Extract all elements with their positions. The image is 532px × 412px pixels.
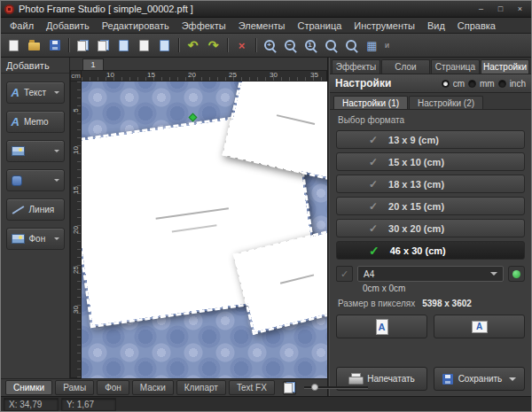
prev-page-icon[interactable] [135,36,153,55]
tab-textfx[interactable]: Text FX [229,380,275,395]
menu-file[interactable]: Файл [4,19,40,33]
add-shape-button[interactable] [6,169,65,191]
tab-effects[interactable]: Эффекты [332,59,380,74]
chevron-down-icon[interactable] [509,377,516,385]
redo-icon[interactable]: ↷ [204,36,223,55]
format-option-46x30-selected[interactable]: ✓ 46 x 30 (cm) [336,241,525,260]
add-image-button[interactable] [6,140,65,162]
zoom-out-icon[interactable]: − [281,36,300,55]
format-option-18x13[interactable]: ✓ 18 x 13 (cm) [336,175,525,193]
settings-subtabs: Настройки (1) Настройки (2) [330,93,531,110]
zoom-in-icon[interactable]: + [261,36,279,55]
h-tick: 20 [188,71,196,79]
page-tab-1[interactable]: 1 [82,58,104,70]
slider-track[interactable] [304,386,368,389]
tab-snapshots[interactable]: Снимки [5,380,52,395]
format-option-20x15[interactable]: ✓ 20 x 15 (cm) [336,197,525,215]
ruler-row: cm 10 15 20 25 30 35 [70,70,327,82]
menu-edit[interactable]: Редактировать [96,19,176,33]
save-disk-icon [442,374,453,385]
menu-tools[interactable]: Инструменты [348,19,421,33]
menu-add[interactable]: Добавить [40,19,96,33]
menu-elements[interactable]: Элементы [232,19,292,33]
open-folder-icon[interactable] [25,36,43,55]
apply-paper-size-button[interactable] [508,266,525,282]
radio-cm[interactable] [442,80,450,88]
duplicate-page-icon[interactable] [94,36,113,55]
subtab-settings-1[interactable]: Настройки (1) [333,96,408,109]
format-option-15x10[interactable]: ✓ 15 x 10 (cm) [336,152,525,171]
menu-page[interactable]: Страница [291,19,348,33]
add-line-label: Линия [29,205,55,214]
v-tick: 15 [72,184,80,196]
tab-backgrounds[interactable]: Фон [97,380,129,395]
save-button[interactable]: Сохранить [434,367,525,391]
zoom-fit-icon[interactable] [322,36,340,55]
chevron-down-icon[interactable] [54,179,59,184]
add-line-button[interactable]: Линия [6,198,65,221]
pages-icon [284,382,295,393]
format-label: 13 x 9 (cm) [388,135,439,145]
chevron-down-icon[interactable] [54,150,59,155]
format-option-13x9[interactable]: ✓ 13 x 9 (cm) [336,130,525,149]
design-canvas[interactable] [82,82,327,378]
h-tick: 15 [147,71,155,79]
title-bar: Photo Frame Studio [ simple_00002.pft ] … [1,1,531,18]
format-label: 20 x 15 (cm) [388,201,444,212]
zoom-region-icon[interactable] [342,36,361,55]
sidebar-header: Добавить [1,58,69,74]
tab-masks[interactable]: Маски [132,380,174,395]
save-icon[interactable] [45,36,64,55]
status-y-coordinate: Y: 1,67 [61,398,116,411]
tab-layers[interactable]: Слои [381,59,430,74]
rotate-handle[interactable] [188,113,197,121]
slider-thumb[interactable] [311,384,318,391]
custom-paper-check-icon[interactable]: ✓ [336,266,353,282]
subtab-settings-2[interactable]: Настройки (2) [409,96,483,109]
custom-paper-row: ✓ A4 [336,266,525,282]
unit-radio-group: cm mm inch [442,79,526,89]
h-tick: 25 [229,71,237,79]
orientation-landscape-button[interactable]: A [434,315,525,338]
chevron-down-icon[interactable] [54,237,59,243]
close-button[interactable]: × [512,3,528,15]
page-list-icon[interactable] [114,36,133,55]
paper-size-select[interactable]: A4 [357,266,504,282]
h-tick: 35 [310,71,318,79]
toolbar-separator [68,38,69,52]
next-page-icon[interactable] [155,36,174,55]
text-icon: A [12,87,20,98]
radio-inch[interactable] [498,80,506,88]
check-icon: ✓ [369,135,378,145]
add-text-button[interactable]: A Текст [6,82,65,104]
line-icon [12,204,25,215]
maximize-button[interactable]: □ [493,3,508,15]
radio-mm[interactable] [468,80,476,88]
tab-page[interactable]: Страница [431,59,480,74]
add-page-icon[interactable] [74,36,92,55]
set-background-button[interactable]: Фон [6,228,65,250]
pixel-size-row: Размер в пикселях 5398 x 3602 [338,299,525,308]
undo-icon[interactable]: ↶ [184,36,202,55]
orientation-portrait-button[interactable]: A [336,315,427,338]
landscape-page-icon: A [472,321,488,333]
chevron-down-icon[interactable] [54,91,59,97]
format-option-30x20[interactable]: ✓ 30 x 20 (cm) [336,219,525,237]
new-document-icon[interactable] [4,36,23,55]
canvas-column: 1 cm 10 15 20 25 30 35 [70,58,327,378]
panel-actions: Напечатать Сохранить [330,362,531,396]
menu-view[interactable]: Вид [421,19,451,33]
h-tick: 10 [106,71,114,79]
menu-help[interactable]: Справка [451,19,502,33]
format-label: 18 x 13 (cm) [388,179,444,190]
tab-settings[interactable]: Настройки [481,59,529,74]
thumbnail-view-button[interactable] [283,381,296,395]
tab-frames[interactable]: Рамы [55,380,94,395]
minimize-button[interactable]: – [473,3,489,15]
zoom-actual-icon[interactable]: 1 [301,36,320,55]
tab-clipart[interactable]: Клипарт [176,380,226,395]
add-memo-button[interactable]: A Memo [6,111,65,133]
grid-icon[interactable]: ▦ [363,36,381,55]
delete-icon[interactable]: × [232,36,251,55]
menu-effects[interactable]: Эффекты [176,19,232,33]
